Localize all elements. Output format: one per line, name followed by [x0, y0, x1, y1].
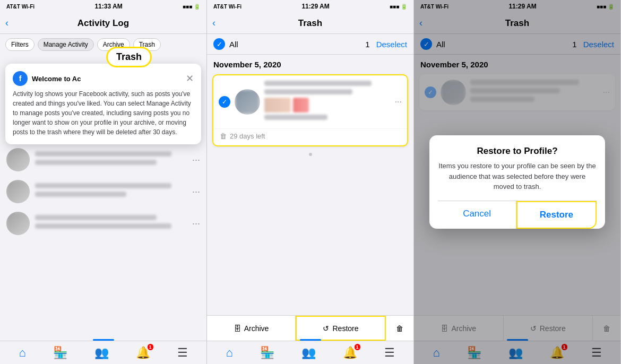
archive-action-2[interactable]: 🗄 Archive [207, 316, 296, 341]
tab-active-indicator-1 [93, 339, 114, 341]
activity-item-3: ··· [0, 207, 206, 239]
tab-notifications-2[interactable]: 🔔 1 [343, 346, 357, 360]
activity-list: November 4, 2020 ··· ··· ··· [0, 129, 206, 239]
filter-bar: Filters Manage Activity Archive Trash [0, 34, 206, 55]
nav-bar-2: ‹ Trash [207, 13, 413, 34]
restore-action-2[interactable]: ↺ Restore [296, 316, 386, 341]
panel-activity-log: AT&T Wi-Fi 11:33 AM ■■■ 🔋 ‹ Activity Log… [0, 0, 207, 364]
battery-2: ■■■ 🔋 [390, 4, 407, 10]
trash-tooltip-label: Trash [106, 47, 152, 67]
tab-groups-1[interactable]: 👥 [94, 346, 109, 360]
tab-active-indicator-2 [300, 339, 321, 341]
select-all-checkbox-2[interactable]: ✓ [213, 38, 225, 50]
item-checkbox-2[interactable]: ✓ [219, 96, 230, 108]
dialog-body: Items you restore to your profile can be… [438, 161, 597, 192]
bottom-action-bar-2: 🗄 Archive ↺ Restore 🗑 [207, 315, 413, 341]
dialog-restore-button[interactable]: Restore [516, 201, 597, 229]
trash-item-card-2: ✓ ··· 🗑 29 days left [212, 74, 408, 146]
item-count-2: 1 [365, 40, 369, 49]
activity-item-2: ··· [0, 176, 206, 207]
fb-logo-icon: f [13, 71, 28, 86]
activity-item-1: ··· [0, 144, 206, 176]
dialog-cancel-button[interactable]: Cancel [438, 201, 516, 229]
tab-notifications-1[interactable]: 🔔 1 [136, 346, 150, 360]
restore-icon-2: ↺ [323, 324, 329, 333]
dialog-title: Restore to Profile? [438, 146, 597, 157]
page-title-2: Trash [298, 18, 322, 29]
restore-label-2: Restore [332, 324, 358, 333]
more-icon-3[interactable]: ··· [192, 218, 200, 229]
item-avatar-2 [235, 89, 260, 115]
delete-icon-2: 🗑 [396, 324, 403, 333]
back-button-2[interactable]: ‹ [212, 18, 215, 29]
deselect-button-2[interactable]: Deselect [376, 40, 407, 49]
time-1: 11:33 AM [94, 3, 122, 10]
bottom-tab-bar-1: ⌂ 🏪 👥 🔔 1 ☰ [0, 341, 206, 364]
days-left-2: 29 days left [230, 132, 265, 140]
more-icon-2[interactable]: ··· [192, 186, 200, 197]
trash-date-2: November 5, 2020 [207, 55, 413, 71]
status-bar-1: AT&T Wi-Fi 11:33 AM ■■■ 🔋 [0, 0, 206, 13]
filter-chip-filters[interactable]: Filters [5, 38, 34, 51]
tab-groups-2[interactable]: 👥 [301, 346, 316, 360]
carrier-1: AT&T Wi-Fi [6, 4, 34, 10]
archive-label-2: Archive [244, 324, 269, 333]
more-icon-1[interactable]: ··· [192, 154, 200, 166]
page-indicator-2 [309, 153, 312, 156]
avatar-1 [6, 148, 30, 171]
back-button-1[interactable]: ‹ [5, 18, 8, 29]
nav-bar-1: ‹ Activity Log [0, 13, 206, 34]
item-text-2 [264, 81, 391, 123]
welcome-tooltip: f Welcome to Ac ✕ Activity log shows you… [5, 64, 201, 144]
delete-action-2[interactable]: 🗑 [386, 316, 413, 341]
activity-text-1 [35, 151, 187, 168]
item-more-icon-2[interactable]: ··· [395, 97, 402, 107]
trash-item-content-2: ✓ ··· [213, 75, 407, 128]
dialog-overlay: Restore to Profile? Items you restore to… [414, 0, 620, 364]
bottom-tab-bar-2: ⌂ 🏪 👥 🔔 1 ☰ [207, 341, 413, 364]
activity-text-3 [35, 215, 187, 232]
item-footer-2: 🗑 29 days left [213, 128, 407, 145]
archive-icon-2: 🗄 [234, 324, 241, 333]
status-bar-2: AT&T Wi-Fi 11:29 AM ■■■ 🔋 [207, 0, 413, 13]
page-title-1: Activity Log [77, 18, 129, 29]
welcome-title: Welcome to Ac [32, 75, 81, 83]
select-all-row-2: ✓ All 1 Deselect [207, 34, 413, 55]
battery-1: ■■■ 🔋 [183, 4, 200, 10]
tooltip-close-button[interactable]: ✕ [186, 73, 194, 84]
tab-home-2[interactable]: ⌂ [226, 346, 232, 360]
tab-store-1[interactable]: 🏪 [53, 346, 67, 360]
tab-store-2[interactable]: 🏪 [260, 346, 274, 360]
panel-trash: AT&T Wi-Fi 11:29 AM ■■■ 🔋 ‹ Trash ✓ All … [207, 0, 414, 364]
tab-menu-1[interactable]: ☰ [177, 346, 188, 360]
tab-menu-2[interactable]: ☰ [384, 346, 395, 360]
trash-can-icon-2: 🗑 [220, 132, 227, 140]
all-label-2: All [229, 40, 365, 49]
dialog-actions: Cancel Restore [438, 201, 597, 229]
notification-badge-1: 1 [148, 344, 153, 350]
restore-dialog: Restore to Profile? Items you restore to… [429, 135, 605, 229]
tab-home-1[interactable]: ⌂ [19, 346, 25, 360]
carrier-2: AT&T Wi-Fi [213, 4, 242, 10]
notification-badge-2: 1 [355, 344, 360, 350]
avatar-2 [6, 180, 30, 203]
panel-trash-dialog: AT&T Wi-Fi 11:29 AM ■■■ 🔋 ‹ Trash ✓ All … [414, 0, 621, 364]
time-2: 11:29 AM [301, 3, 329, 10]
filter-chip-manage[interactable]: Manage Activity [38, 38, 94, 51]
activity-text-2 [35, 183, 187, 200]
tooltip-body-text: Activity log shows your Facebook activit… [13, 89, 194, 137]
avatar-3 [6, 212, 30, 235]
post-images-2 [264, 98, 391, 112]
